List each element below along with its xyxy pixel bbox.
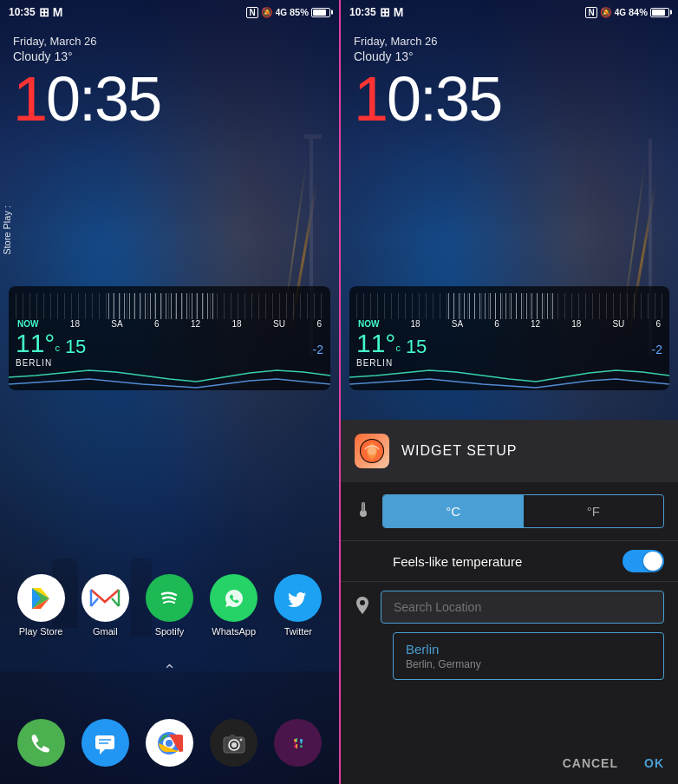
- celsius-option[interactable]: °C: [383, 495, 524, 527]
- phone-icon[interactable]: [17, 719, 65, 767]
- temp-c-left: c: [55, 343, 60, 353]
- main-temp-right: 11°: [356, 330, 395, 356]
- timeline-bar-right: [356, 293, 662, 319]
- signal-icon-r: 4G: [615, 8, 626, 17]
- svg-marker-13: [100, 749, 105, 755]
- svg-point-42: [360, 600, 365, 605]
- twitter-icon[interactable]: [274, 574, 322, 622]
- weather-condition-left: Cloudy 13°: [13, 49, 160, 63]
- clock-left: 10:35: [13, 68, 160, 130]
- cancel-button[interactable]: CANCEL: [563, 756, 618, 770]
- slack-icon[interactable]: [274, 719, 322, 767]
- toggle-knob: [643, 552, 662, 571]
- svg-rect-12: [95, 735, 114, 749]
- svg-point-19: [166, 740, 173, 747]
- temp-graph-left: [9, 360, 330, 390]
- widget-temp-display-left: 11° c 15 -2: [16, 330, 323, 356]
- app-spotify-wrapper[interactable]: Spotify: [146, 574, 193, 637]
- label-6a-left: 6: [154, 319, 160, 329]
- label-su-right: SU: [612, 319, 624, 329]
- feels-like-label: Feels-like temperature: [393, 554, 522, 569]
- camera-icon[interactable]: [210, 719, 258, 767]
- widget-logo: [355, 434, 389, 468]
- dock-chrome-wrapper[interactable]: [146, 719, 193, 767]
- gmail-label: Gmail: [93, 626, 118, 637]
- location-country-name: Berlin, Germany: [406, 658, 651, 670]
- dock-messages-wrapper[interactable]: [81, 719, 129, 767]
- svg-point-32: [300, 739, 303, 742]
- timeline-white-right: [448, 293, 556, 319]
- main-temp-left: 11°: [16, 330, 55, 356]
- app-whatsapp-wrapper[interactable]: WhatsApp: [210, 574, 258, 637]
- clock-rest-left: 0:35: [46, 64, 160, 134]
- location-city-name: Berlin: [406, 642, 651, 657]
- label-sa-right: SA: [452, 319, 463, 329]
- dock-phone-wrapper[interactable]: [17, 719, 65, 767]
- chrome-icon[interactable]: [146, 719, 193, 767]
- label-sa-left: SA: [111, 319, 122, 329]
- action-buttons: CANCEL OK: [549, 742, 678, 784]
- label-6a-right: 6: [494, 319, 499, 329]
- temp-unit-row: °C °F: [341, 482, 678, 540]
- widget-temp-display-right: 11° c 15 -2: [356, 330, 662, 356]
- spotify-icon[interactable]: [146, 574, 193, 622]
- label-now-right: NOW: [358, 319, 379, 329]
- temp-toggle-group[interactable]: °C °F: [382, 494, 664, 528]
- ok-button[interactable]: OK: [644, 756, 664, 770]
- messages-icon[interactable]: [81, 719, 129, 767]
- gmail-icon[interactable]: [81, 574, 129, 622]
- svg-point-41: [362, 512, 366, 516]
- battery-icon-right: [650, 8, 669, 17]
- swipe-up-indicator: ⌃: [163, 661, 176, 680]
- twitter-label: Twitter: [284, 626, 312, 637]
- feels-like-row: Feels-like temperature: [341, 540, 678, 581]
- label-12-left: 12: [191, 319, 200, 329]
- feels-like-toggle[interactable]: [623, 550, 664, 572]
- status-bar-left: 10:35 ⊞ M N 🔕 4G 85%: [0, 0, 339, 24]
- status-left: 10:35 ⊞ M: [9, 5, 62, 19]
- m-icon: M: [53, 5, 63, 19]
- weather-date-right: Friday, March 26: [354, 35, 501, 48]
- svg-point-34: [294, 739, 297, 742]
- svg-point-31: [294, 745, 297, 748]
- location-result-berlin[interactable]: Berlin Berlin, Germany: [393, 632, 664, 680]
- app-twitter-wrapper[interactable]: Twitter: [274, 574, 322, 637]
- temp-15-right: 15: [406, 337, 427, 356]
- app-icons-row: Play Store Gmail: [0, 574, 339, 637]
- svg-point-37: [368, 447, 376, 455]
- temp-15-left: 15: [65, 337, 86, 356]
- playstore-icon[interactable]: [17, 574, 65, 622]
- weather-condition-right: Cloudy 13°: [354, 49, 501, 63]
- weather-date-left: Friday, March 26: [13, 35, 160, 48]
- dock-slack-wrapper[interactable]: [274, 719, 322, 767]
- battery-fill-left: [313, 10, 326, 16]
- label-18a-left: 18: [70, 319, 80, 329]
- clock-digit-1-right: 1: [354, 64, 387, 134]
- status-bar-right: 10:35 ⊞ M N 🔕 4G 84%: [341, 0, 678, 24]
- weather-info-right: Friday, March 26 Cloudy 13° 10:35: [354, 35, 501, 130]
- app-playstore-wrapper[interactable]: Play Store: [17, 574, 65, 637]
- clock-digit-1-left: 1: [13, 64, 46, 134]
- label-6b-left: 6: [316, 319, 322, 329]
- search-location-input[interactable]: [381, 591, 664, 624]
- svg-rect-4: [89, 586, 121, 610]
- grid-icon: ⊞: [39, 5, 49, 19]
- widget-setup-title: WIDGET SETUP: [401, 443, 518, 459]
- store-play-label: Store Play :: [2, 206, 12, 255]
- clock-rest-right: 0:35: [387, 64, 501, 134]
- status-left-right: 10:35 ⊞ M: [349, 5, 403, 19]
- dock-camera-wrapper[interactable]: [210, 719, 258, 767]
- label-18a-right: 18: [411, 319, 420, 329]
- playstore-label: Play Store: [19, 626, 63, 637]
- grid-icon-r: ⊞: [380, 5, 390, 19]
- bottom-dock-left: [0, 719, 339, 767]
- app-gmail-wrapper[interactable]: Gmail: [81, 574, 129, 637]
- weather-info-left: Friday, March 26 Cloudy 13° 10:35: [13, 35, 160, 130]
- widget-labels-right: NOW 18 SA 6 12 18 SU 6: [356, 319, 662, 329]
- whatsapp-icon[interactable]: [210, 574, 258, 622]
- spotify-label: Spotify: [155, 626, 185, 637]
- minus2-right: -2: [652, 343, 662, 356]
- svg-point-25: [239, 738, 242, 741]
- label-18b-right: 18: [571, 319, 581, 329]
- fahrenheit-option[interactable]: °F: [524, 495, 664, 527]
